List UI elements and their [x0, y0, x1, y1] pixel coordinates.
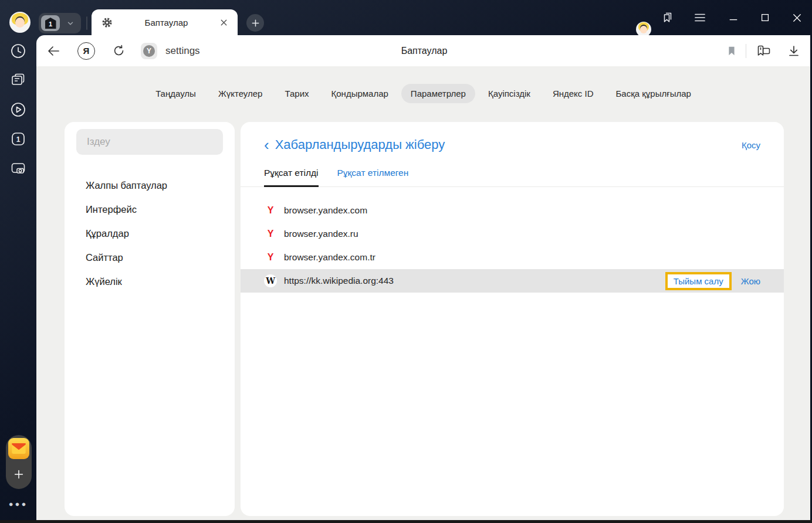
- yandex-favicon-icon: Y: [264, 251, 277, 264]
- refresh-icon[interactable]: [110, 44, 127, 57]
- side-rail: 1 ●●●: [0, 0, 36, 523]
- tabs-count-icon[interactable]: 1: [10, 131, 26, 147]
- yandex-favicon-icon: Y: [264, 227, 277, 240]
- search-input[interactable]: [76, 129, 223, 155]
- toolbar-divider: [746, 44, 746, 58]
- page-favicon: Y: [141, 43, 157, 59]
- window-bottom-edge: [0, 520, 812, 523]
- settings-nav: Таңдаулы Жүктеулер Тарих Қондырмалар Пар…: [36, 84, 810, 103]
- chevron-down-icon[interactable]: [60, 19, 81, 28]
- history-icon[interactable]: [10, 43, 26, 59]
- site-row[interactable]: Y browser.yandex.com: [241, 199, 784, 222]
- add-app-button[interactable]: [6, 459, 32, 489]
- wikipedia-favicon-icon: W: [264, 274, 277, 287]
- site-row[interactable]: Y browser.yandex.com.tr: [241, 246, 784, 269]
- yandex-logo-icon[interactable]: Я: [77, 42, 95, 60]
- nav-item-other-devices[interactable]: Басқа құрылғылар: [606, 84, 700, 103]
- nav-item-yandex-id[interactable]: Яндекс ID: [543, 84, 603, 103]
- tab-blocked[interactable]: Рұқсат етілмеген: [337, 168, 409, 186]
- gear-icon: [101, 16, 113, 29]
- delete-link[interactable]: Жою: [741, 276, 760, 286]
- browser-toolbar: Я Y settings Баптаулар: [36, 35, 812, 66]
- settings-sections: Жалпы баптаулар Интерфейс Құралдар Сайтт…: [65, 174, 235, 294]
- notes-icon[interactable]: [10, 72, 26, 89]
- downloads-icon[interactable]: [786, 44, 801, 58]
- sidebar-item-general[interactable]: Жалпы баптаулар: [65, 174, 235, 198]
- nav-item-downloads[interactable]: Жүктеулер: [209, 84, 272, 103]
- add-site-link[interactable]: Қосу: [742, 140, 760, 150]
- bookmarks-panel-icon[interactable]: [659, 10, 676, 25]
- notifications-panel: ‹ Хабарландырударды жіберу Қосу Рұқсат е…: [241, 122, 784, 516]
- screenshot-icon[interactable]: [10, 160, 26, 176]
- bookmark-icon[interactable]: [725, 45, 739, 57]
- back-chevron-icon[interactable]: ‹: [264, 138, 269, 151]
- nav-item-extensions[interactable]: Қондырмалар: [322, 84, 398, 103]
- sidebar-item-interface[interactable]: Интерфейс: [65, 198, 235, 222]
- close-button[interactable]: [789, 12, 805, 23]
- tabstrip-divider: [86, 16, 87, 30]
- nav-item-settings[interactable]: Параметрлер: [401, 84, 475, 103]
- panel-back-title[interactable]: ‹ Хабарландырударды жіберу: [264, 137, 445, 152]
- sidebar-item-system[interactable]: Жүйелік: [65, 270, 235, 294]
- nav-item-favorites[interactable]: Таңдаулы: [146, 84, 205, 103]
- titlebar-controls: [627, 0, 812, 35]
- panel-title: Хабарландырударды жіберу: [275, 137, 445, 152]
- allowed-sites-list: Y browser.yandex.com Y browser.yandex.ru…: [241, 199, 784, 293]
- svg-text:1: 1: [16, 135, 21, 144]
- site-domain: browser.yandex.com.tr: [284, 252, 375, 263]
- nav-item-history[interactable]: Тарих: [275, 84, 318, 103]
- tab-close-icon[interactable]: [219, 18, 228, 27]
- tab-counter-value: 1: [45, 18, 56, 29]
- yandex-favicon-icon: Y: [264, 204, 277, 217]
- tab-counter-button[interactable]: 1: [41, 15, 60, 31]
- collections-icon[interactable]: [753, 43, 773, 59]
- yandex-mail-icon[interactable]: [8, 438, 29, 459]
- new-tab-button[interactable]: [246, 14, 264, 32]
- maximize-button[interactable]: [757, 12, 773, 23]
- tab-title: Баптаулар: [113, 18, 219, 28]
- tab-settings[interactable]: Баптаулар: [92, 9, 238, 35]
- menu-icon[interactable]: [692, 11, 708, 25]
- block-button[interactable]: Тыйым салу: [665, 272, 732, 290]
- site-domain: browser.yandex.com: [284, 205, 367, 216]
- nav-item-security[interactable]: Қауіпсіздік: [479, 84, 540, 103]
- site-row-wikipedia[interactable]: W https://kk.wikipedia.org:443 Тыйым сал…: [241, 269, 784, 293]
- permission-tabs: Рұқсат етілді Рұқсат етілмеген: [241, 168, 784, 187]
- sidebar-item-sites[interactable]: Сайттар: [65, 246, 235, 270]
- sidebar-apps-dock: [6, 435, 32, 489]
- play-icon[interactable]: [10, 101, 26, 118]
- row-actions: Тыйым салу Жою: [665, 272, 760, 290]
- profile-avatar[interactable]: [9, 12, 31, 33]
- settings-page: Таңдаулы Жүктеулер Тарих Қондырмалар Пар…: [36, 66, 810, 520]
- minimize-button[interactable]: [725, 12, 742, 23]
- tab-allowed[interactable]: Рұқсат етілді: [264, 168, 319, 187]
- address-bar[interactable]: settings: [165, 45, 200, 57]
- site-row[interactable]: Y browser.yandex.ru: [241, 222, 784, 246]
- back-icon[interactable]: [45, 44, 62, 58]
- site-domain: browser.yandex.ru: [284, 229, 358, 239]
- rail-more-button[interactable]: ●●●: [0, 500, 36, 508]
- settings-sidebar: Жалпы баптаулар Интерфейс Құралдар Сайтт…: [65, 122, 235, 516]
- tab-counter[interactable]: 1: [39, 13, 81, 33]
- site-domain: https://kk.wikipedia.org:443: [284, 276, 394, 286]
- sidebar-item-tools[interactable]: Құралдар: [65, 222, 235, 246]
